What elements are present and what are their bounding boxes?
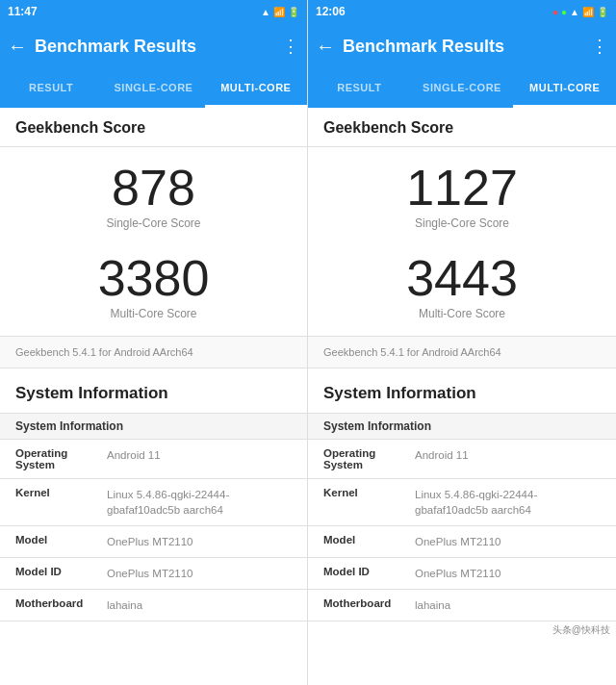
sys-val-modelid-left: OnePlus MT2110 [107,566,292,581]
sys-row-modelid-right: Model ID OnePlus MT2110 [308,558,616,590]
tab-bar-right: RESULT SINGLE-CORE MULTI-CORE [308,69,616,108]
sys-val-modelid-right: OnePlus MT2110 [415,566,601,581]
geekbench-title-left: Geekbench Score [0,108,307,146]
multi-core-label-right: Multi-Core Score [308,307,616,320]
version-text-left: Geekbench 5.4.1 for Android AArch64 [0,337,307,368]
single-core-block-right: 1127 Single-Core Score [308,147,616,238]
multi-core-number-left: 3380 [0,253,307,303]
time-right: 12:06 [316,5,346,18]
signal-icon-left: ▲ [261,7,270,17]
sys-key-os-left: Operating System [15,447,107,470]
single-core-number-right: 1127 [308,163,616,213]
sys-key-kernel-right: Kernel [323,487,415,498]
content-right: Geekbench Score 1127 Single-Core Score 3… [308,108,616,685]
single-core-label-left: Single-Core Score [0,216,307,230]
status-bar-left: 11:47 ▲ 📶 🔋 [0,0,307,23]
sys-key-modelid-left: Model ID [15,566,107,577]
sys-table-header-left: System Information [0,414,307,440]
multi-core-block-right: 3443 Multi-Core Score [308,238,616,328]
tab-bar-left: RESULT SINGLE-CORE MULTI-CORE [0,69,307,108]
sys-table-right: System Information Operating System Andr… [308,413,616,622]
tab-multicore-left[interactable]: MULTI-CORE [205,69,307,108]
sys-row-model-right: Model OnePlus MT2110 [308,526,616,558]
sys-val-model-right: OnePlus MT2110 [415,534,601,549]
toolbar-left: ← Benchmark Results ⋮ [0,23,307,69]
sys-info-title-left: System Information [0,368,307,413]
toolbar-title-right: Benchmark Results [343,37,591,57]
geekbench-title-right: Geekbench Score [308,108,616,146]
sys-row-model-left: Model OnePlus MT2110 [0,526,307,558]
more-button-right[interactable]: ⋮ [591,36,608,57]
tab-result-left[interactable]: RESULT [0,69,102,108]
time-left: 11:47 [8,5,38,18]
status-bar-right: 12:06 ● ● ▲ 📶 🔋 [308,0,616,23]
battery-icon-right: 🔋 [597,7,608,17]
battery-icon-left: 🔋 [288,7,299,17]
geekbench-section-left: Geekbench Score 878 Single-Core Score 33… [0,108,307,368]
sys-val-motherboard-left: lahaina [107,597,292,613]
sys-key-model-right: Model [323,534,415,545]
sys-key-kernel-left: Kernel [15,487,107,498]
sys-val-motherboard-right: lahaina [415,597,601,613]
tab-singlecore-right[interactable]: SINGLE-CORE [411,69,514,108]
version-text-right: Geekbench 5.4.1 for Android AArch64 [308,337,616,368]
sys-key-model-left: Model [15,534,107,545]
sys-row-motherboard-right: Motherboard lahaina [308,590,616,622]
back-button-left[interactable]: ← [8,36,27,58]
left-panel: 11:47 ▲ 📶 🔋 ← Benchmark Results ⋮ RESULT… [0,0,308,685]
sys-key-motherboard-left: Motherboard [15,597,107,609]
toolbar-title-left: Benchmark Results [35,37,282,57]
sys-row-modelid-left: Model ID OnePlus MT2110 [0,558,307,590]
geekbench-section-right: Geekbench Score 1127 Single-Core Score 3… [308,108,616,368]
green-dot-right: ● [561,7,567,17]
sys-val-os-left: Android 11 [107,447,292,463]
sys-row-os-right: Operating System Android 11 [308,440,616,479]
sys-info-title-right: System Information [308,368,616,413]
tab-multicore-right[interactable]: MULTI-CORE [513,69,616,108]
single-core-block-left: 878 Single-Core Score [0,147,307,238]
wifi-icon-left: 📶 [273,7,285,17]
wifi-icon-right: 📶 [582,7,594,17]
red-dot-right: ● [552,7,558,17]
tab-result-right[interactable]: RESULT [308,69,411,108]
sys-row-motherboard-left: Motherboard lahaina [0,590,307,622]
toolbar-right: ← Benchmark Results ⋮ [308,23,616,69]
right-panel: 12:06 ● ● ▲ 📶 🔋 ← Benchmark Results ⋮ RE… [308,0,616,685]
sys-info-section-right: System Information System Information Op… [308,368,616,639]
more-button-left[interactable]: ⋮ [282,36,299,57]
sys-info-section-left: System Information System Information Op… [0,368,307,622]
single-core-number-left: 878 [0,163,307,213]
sys-table-header-right: System Information [308,414,616,440]
status-icons-right: ● ● ▲ 📶 🔋 [552,7,608,17]
sys-val-os-right: Android 11 [415,447,601,463]
sys-key-os-right: Operating System [323,447,415,470]
multi-core-block-left: 3380 Multi-Core Score [0,238,307,328]
single-core-label-right: Single-Core Score [308,216,616,230]
multi-core-label-left: Multi-Core Score [0,307,307,320]
content-left: Geekbench Score 878 Single-Core Score 33… [0,108,307,685]
watermark: 头条@快科技 [308,622,616,639]
sys-key-motherboard-right: Motherboard [323,597,415,609]
multi-core-number-right: 3443 [308,253,616,303]
status-icons-left: ▲ 📶 🔋 [261,7,299,17]
sys-table-left: System Information Operating System Andr… [0,413,307,622]
sys-val-kernel-left: Linux 5.4.86-qgki-22444-gbafaf10adc5b aa… [107,487,292,518]
sys-row-kernel-left: Kernel Linux 5.4.86-qgki-22444-gbafaf10a… [0,479,307,526]
sys-row-kernel-right: Kernel Linux 5.4.86-qgki-22444-gbafaf10a… [308,479,616,526]
tab-singlecore-left[interactable]: SINGLE-CORE [102,69,204,108]
back-button-right[interactable]: ← [316,36,335,58]
sys-row-os-left: Operating System Android 11 [0,440,307,479]
sys-val-kernel-right: Linux 5.4.86-qgki-22444-gbafaf10adc5b aa… [415,487,601,518]
signal-icon-right: ▲ [570,7,579,17]
sys-key-modelid-right: Model ID [323,566,415,577]
sys-val-model-left: OnePlus MT2110 [107,534,292,549]
